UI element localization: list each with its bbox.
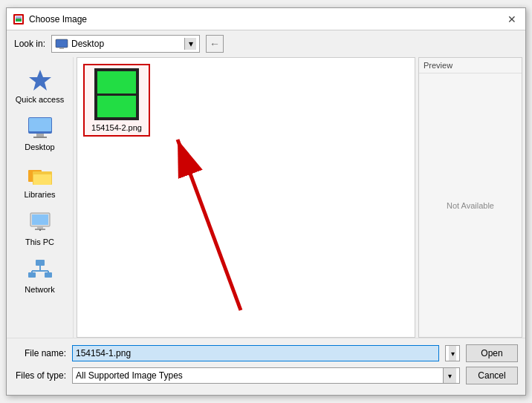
svg-rect-2: [16, 19, 19, 22]
this-pc-icon: [27, 209, 53, 236]
sidebar-item-libraries[interactable]: Libraries: [10, 158, 70, 203]
cancel-button-label: Cancel: [478, 370, 505, 381]
svg-rect-7: [59, 47, 64, 49]
sidebar: Quick access Desktop: [7, 57, 74, 338]
libraries-icon: [27, 162, 53, 189]
sidebar-item-network[interactable]: Network: [10, 253, 70, 298]
svg-marker-8: [29, 70, 51, 91]
svg-rect-11: [36, 134, 44, 137]
file-name-label: File name:: [14, 348, 66, 358]
file-name-arrow-icon: ▾: [449, 346, 456, 361]
svg-rect-17: [32, 214, 48, 225]
cancel-button[interactable]: Cancel: [466, 367, 518, 384]
app-icon: [13, 13, 25, 25]
file-browse-area: 154154-2.png: [77, 57, 415, 338]
svg-rect-4: [16, 16, 22, 19]
sidebar-item-this-pc-label: This PC: [25, 237, 54, 246]
svg-rect-23: [45, 272, 52, 278]
sidebar-item-libraries-label: Libraries: [24, 190, 55, 199]
svg-rect-18: [37, 226, 43, 229]
back-icon: ←: [210, 38, 220, 50]
files-of-type-arrow-icon: ▾: [443, 368, 456, 383]
file-thumbnail: [94, 68, 139, 120]
open-button[interactable]: Open: [466, 344, 518, 362]
files-of-type-dropdown[interactable]: All Supported Image Types ▾: [72, 367, 460, 384]
file-list: 154154-2.png: [77, 58, 415, 142]
quick-access-icon: [27, 67, 53, 94]
svg-rect-22: [28, 272, 36, 278]
look-in-arrow-icon: ▾: [184, 38, 196, 50]
svg-rect-3: [19, 19, 22, 22]
look-in-icon: [55, 39, 68, 49]
preview-label: Preview: [419, 58, 522, 73]
desktop-icon: [27, 114, 53, 141]
title-bar: Choose Image ✕: [7, 8, 525, 30]
svg-rect-10: [29, 118, 51, 131]
file-name-dropdown[interactable]: ▾: [445, 345, 460, 361]
svg-rect-15: [33, 174, 51, 185]
open-button-label: Open: [481, 348, 502, 358]
preview-not-available: Not Available: [447, 201, 494, 210]
back-button[interactable]: ←: [206, 35, 224, 53]
toolbar: Look in: Desktop ▾ ←: [7, 30, 525, 57]
list-item[interactable]: 154154-2.png: [83, 64, 150, 137]
look-in-dropdown[interactable]: Desktop ▾: [51, 35, 200, 53]
sidebar-item-this-pc[interactable]: This PC: [10, 206, 70, 250]
file-item-name: 154154-2.png: [91, 123, 142, 132]
file-name-input[interactable]: [72, 345, 439, 361]
thumb-top: [97, 71, 136, 94]
bottom-bar: File name: ▾ Open Files of type: All Sup…: [7, 338, 525, 395]
close-button[interactable]: ✕: [505, 12, 519, 27]
svg-point-20: [39, 229, 41, 231]
title-bar-left: Choose Image: [13, 13, 87, 25]
look-in-label: Look in:: [14, 39, 45, 49]
main-area: Quick access Desktop: [7, 57, 525, 338]
sidebar-item-network-label: Network: [25, 285, 54, 294]
thumb-bottom: [97, 96, 136, 118]
files-of-type-row: Files of type: All Supported Image Types…: [14, 367, 518, 384]
sidebar-item-quick-access-label: Quick access: [16, 95, 64, 104]
look-in-value: Desktop: [71, 39, 181, 49]
svg-rect-21: [36, 260, 45, 266]
sidebar-item-desktop[interactable]: Desktop: [10, 111, 70, 155]
svg-rect-12: [33, 137, 47, 138]
files-of-type-label: Files of type:: [14, 370, 66, 381]
files-of-type-value: All Supported Image Types: [76, 370, 443, 381]
svg-line-29: [178, 140, 241, 310]
svg-rect-5: [56, 39, 68, 47]
dialog-title: Choose Image: [29, 14, 87, 24]
file-name-row: File name: ▾ Open: [14, 344, 518, 362]
network-icon: [27, 257, 53, 284]
sidebar-item-desktop-label: Desktop: [25, 142, 54, 151]
choose-image-dialog: Choose Image ✕ Look in: Desktop ▾ ←: [6, 7, 526, 396]
preview-panel: Preview Not Available: [418, 57, 522, 338]
preview-content: Not Available: [419, 73, 522, 337]
sidebar-item-quick-access[interactable]: Quick access: [10, 63, 70, 108]
